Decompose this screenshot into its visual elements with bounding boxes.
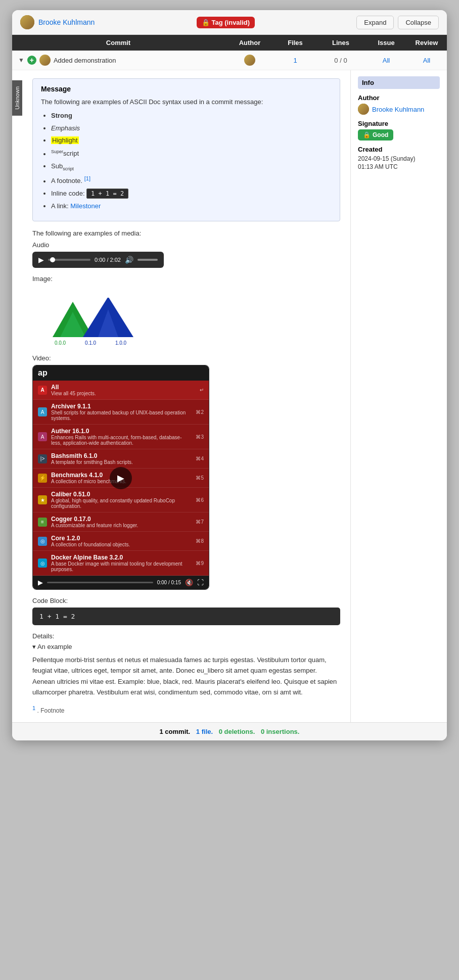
list-item-code: Inline code: 1 + 1 = 2 <box>51 189 332 199</box>
list-item-subtitle-docker: A base Docker image with minimal tooling… <box>51 561 192 572</box>
footnote-anchor[interactable]: 1 <box>32 705 35 711</box>
milestoner-link[interactable]: Milestoner <box>70 202 101 210</box>
video-list: A All View all 45 projects. ↵ A Archiver… <box>33 381 209 576</box>
list-item-subtitle-auther: Enhances Rails with multi-account, form-… <box>51 435 192 446</box>
signature-label: Signature <box>358 120 440 127</box>
avatar <box>20 15 34 29</box>
username-link[interactable]: Brooke Kuhlmann <box>38 18 95 26</box>
video-list-item-cogger[interactable]: ≡ Cogger 0.17.0 A customizable and featu… <box>33 512 209 532</box>
video-play-icon[interactable]: ▶ <box>38 579 43 586</box>
review-link[interactable]: All <box>423 57 430 64</box>
list-item-icon-archiver: A <box>38 407 47 416</box>
inline-code: 1 + 1 = 2 <box>86 189 128 199</box>
footnote-ref[interactable]: [1] <box>84 175 90 181</box>
top-buttons: Expand Collapse <box>356 16 439 29</box>
message-section: Message The following are examples of AS… <box>32 78 340 221</box>
video-list-item-caliber[interactable]: ★ Caliber 0.51.0 A global, high quality,… <box>33 488 209 512</box>
list-item-shortcut-auther: ⌘3 <box>196 434 204 440</box>
svg-marker-2 <box>70 297 75 302</box>
sidebar-tab[interactable]: Unknown <box>12 80 22 116</box>
commit-link[interactable]: Added demonstration <box>54 57 116 64</box>
triangle-icon: ▼ <box>18 57 24 64</box>
review-header: Review <box>406 35 447 51</box>
details-label: Details: <box>32 632 340 640</box>
volume-bar[interactable] <box>137 259 158 261</box>
audio-play-button[interactable]: ▶ <box>38 256 44 264</box>
list-item-shortcut-all: ↵ <box>200 387 204 393</box>
info-author-link[interactable]: Brooke Kuhlmann <box>372 106 424 113</box>
list-item-title-caliber: Caliber 0.51.0 <box>51 491 192 498</box>
files-link[interactable]: 1 <box>293 57 297 64</box>
footer-bar: 1 commit. 1 file. 0 deletions. 0 inserti… <box>12 722 447 740</box>
list-item-shortcut-core: ⌘8 <box>196 538 204 544</box>
created-label: Created <box>358 146 440 153</box>
user-info: Brooke Kuhlmann <box>20 15 95 29</box>
collapse-button[interactable]: Collapse <box>398 16 439 29</box>
video-list-item-bashsmith[interactable]: |> Bashsmith 6.1.0 A template for smithi… <box>33 449 209 469</box>
details-body: Pellentque morbi-trist sentus et netus e… <box>32 655 340 698</box>
video-list-item-docker[interactable]: ◎ Docker Alpine Base 3.2.0 A base Docker… <box>33 551 209 576</box>
video-list-item-auther[interactable]: A Auther 16.1.0 Enhances Rails with mult… <box>33 425 209 449</box>
list-item-icon-cogger: ≡ <box>38 518 47 527</box>
video-list-item-archiver[interactable]: A Archiver 9.1.1 Shell scripts for autom… <box>33 400 209 425</box>
review-cell: All <box>406 53 447 68</box>
video-mute-icon[interactable]: 🔇 <box>185 579 193 586</box>
commit-author-avatar <box>39 55 51 66</box>
files-header: Files <box>275 35 315 51</box>
list-item-subtitle-all: View all 45 projects. <box>51 391 196 396</box>
highlight-text: Highlight <box>51 136 79 144</box>
audio-progress-bar[interactable] <box>48 259 90 261</box>
superscript-text: Super <box>51 149 63 154</box>
volume-icon[interactable]: 🔊 <box>125 256 133 264</box>
list-item-title-bashsmith: Bashsmith 6.1.0 <box>51 452 192 459</box>
table-header: Commit Author Files Lines Issue Review <box>12 35 447 51</box>
audio-label: Audio <box>32 241 340 249</box>
lines-header: Lines <box>315 35 366 51</box>
list-item-shortcut-docker: ⌘9 <box>196 561 204 566</box>
video-control-icons: 🔇 ⛶ <box>185 579 204 586</box>
top-bar: Brooke Kuhlmann 🔒 Tag (invalid) Expand C… <box>12 10 447 35</box>
video-list-item-benchmarks[interactable]: ⚡ Benchmarks 4.1.0 A collection of micro… <box>33 469 209 488</box>
list-item-icon-benchmarks: ⚡ <box>38 474 47 483</box>
video-fullscreen-icon[interactable]: ⛶ <box>197 579 204 586</box>
footnote-text: . Footnote <box>37 707 64 714</box>
author-label: Author <box>358 94 440 102</box>
video-list-item-core[interactable]: ◎ Core 1.2.0 A collection of foundationa… <box>33 532 209 551</box>
details-summary[interactable]: ▾ An example <box>32 643 340 650</box>
issue-link[interactable]: All <box>383 57 390 64</box>
audio-progress-dot <box>50 257 55 262</box>
video-play-button[interactable]: ▶ <box>110 467 132 489</box>
list-item-subtitle-cogger: A customizable and feature rich logger. <box>51 523 192 528</box>
list-item-icon-all: A <box>38 386 47 395</box>
info-author: Brooke Kuhlmann <box>358 104 440 115</box>
video-player: ap A All View all 45 projects. ↵ A Archi… <box>32 365 209 590</box>
list-item-content-auther: Auther 16.1.0 Enhances Rails with multi-… <box>51 428 192 446</box>
video-progress-bar[interactable] <box>47 582 153 583</box>
audio-time: 0:00 / 2:02 <box>95 257 121 263</box>
video-list-item-all[interactable]: A All View all 45 projects. ↵ <box>33 381 209 400</box>
video-app-name: ap <box>33 365 209 381</box>
commit-row: ▼ + Added demonstration 1 0 / 0 All All <box>12 51 447 70</box>
lock-green-icon: 🔒 <box>363 131 371 138</box>
expand-button[interactable]: Expand <box>356 16 394 29</box>
list-item-title-cogger: Cogger 0.17.0 <box>51 516 192 523</box>
signature-badge: 🔒 Good <box>358 129 393 141</box>
add-icon: + <box>27 56 36 65</box>
list-item-shortcut-archiver: ⌘2 <box>196 409 204 415</box>
code-block: 1 + 1 = 2 <box>32 608 340 625</box>
commit-header: Commit <box>12 35 224 51</box>
list-item-content-bashsmith: Bashsmith 6.1.0 A template for smithing … <box>51 452 192 465</box>
mountain-image: 0.0.0 0.1.0 1.0.0 <box>32 287 144 347</box>
list-item-shortcut-benchmarks: ⌘5 <box>196 475 204 481</box>
tag-badge: 🔒 Tag (invalid) <box>197 17 255 28</box>
list-item-subtitle-caliber: A global, high quality, and constantly u… <box>51 498 192 509</box>
list-item-icon-docker: ◎ <box>38 558 47 568</box>
video-label: Video: <box>32 354 340 362</box>
list-item-highlight: Highlight <box>51 135 332 146</box>
list-item-icon-bashsmith: |> <box>38 454 47 463</box>
media-intro: The following are examples of media: <box>32 229 340 237</box>
video-controls: ▶ 0:00 / 0:15 🔇 ⛶ <box>33 576 209 589</box>
commit-author-cell <box>224 51 275 70</box>
list-item-subtitle-bashsmith: A template for smithing Bash scripts. <box>51 459 192 465</box>
list-item-link: A link: Milestoner <box>51 201 332 212</box>
